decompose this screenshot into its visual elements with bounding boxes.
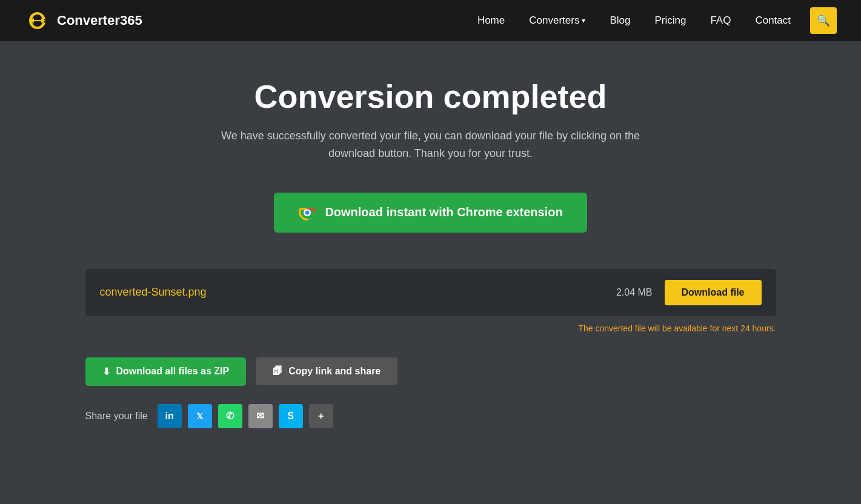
download-zip-icon: ⬇: [102, 366, 110, 377]
nav-contact[interactable]: Contact: [745, 10, 800, 31]
chrome-icon: [298, 204, 316, 222]
nav-faq[interactable]: FAQ: [700, 10, 740, 31]
share-email-button[interactable]: ✉: [248, 404, 273, 428]
chrome-ext-label: Download instant with Chrome extension: [325, 205, 562, 219]
logo-area[interactable]: Converter365: [24, 7, 142, 34]
main-nav: Home Converters ▾ Blog Pricing FAQ Conta…: [468, 7, 837, 34]
download-zip-button[interactable]: ⬇ Download all files as ZIP: [85, 357, 247, 386]
main-content: Conversion completed We have successfull…: [0, 41, 861, 453]
file-row: converted-Sunset.png 2.04 MB Download fi…: [85, 269, 776, 316]
availability-note: The converted file will be available for…: [85, 323, 776, 333]
bottom-actions: ⬇ Download all files as ZIP 🗐 Copy link …: [85, 357, 776, 386]
converters-chevron-icon: ▾: [582, 16, 585, 25]
nav-blog[interactable]: Blog: [600, 10, 640, 31]
nav-home[interactable]: Home: [468, 10, 514, 31]
file-size: 2.04 MB: [616, 287, 653, 298]
share-label: Share your file: [85, 411, 148, 422]
nav-pricing[interactable]: Pricing: [645, 10, 696, 31]
download-file-button[interactable]: Download file: [665, 280, 762, 305]
file-right-area: 2.04 MB Download file: [616, 280, 762, 305]
logo-text: Converter365: [57, 13, 142, 28]
copy-icon: 🗐: [273, 366, 282, 377]
file-name: converted-Sunset.png: [100, 286, 207, 299]
share-more-button[interactable]: +: [309, 404, 333, 428]
site-header: Converter365 Home Converters ▾ Blog Pric…: [0, 0, 861, 41]
chrome-extension-button[interactable]: Download instant with Chrome extension: [274, 193, 587, 233]
conversion-subtitle: We have successfully converted your file…: [219, 127, 643, 162]
svg-point-5: [305, 210, 310, 214]
share-linkedin-button[interactable]: in: [158, 404, 182, 428]
share-whatsapp-button[interactable]: ✆: [218, 404, 242, 428]
copy-link-button[interactable]: 🗐 Copy link and share: [256, 357, 397, 385]
share-icons: in 𝕏 ✆ ✉ S +: [158, 404, 333, 428]
logo-icon: [24, 7, 51, 34]
share-twitter-button[interactable]: 𝕏: [188, 404, 212, 428]
nav-converters[interactable]: Converters ▾: [519, 10, 595, 31]
search-button[interactable]: 🔍: [810, 7, 837, 34]
share-skype-button[interactable]: S: [279, 404, 303, 428]
share-row: Share your file in 𝕏 ✆ ✉ S +: [85, 404, 776, 428]
page-title: Conversion completed: [254, 78, 607, 115]
search-icon: 🔍: [817, 14, 830, 27]
